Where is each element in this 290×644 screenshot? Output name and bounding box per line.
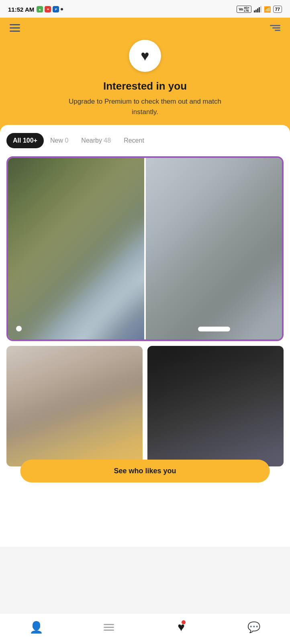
- nav-messages[interactable]: 💬: [242, 618, 266, 636]
- status-time: 11:52 AM: [8, 6, 34, 13]
- status-dot: [61, 8, 63, 10]
- app-icon-1: ▲: [37, 6, 43, 12]
- person-icon: 👤: [29, 621, 43, 634]
- page-title: Interested in you: [10, 80, 280, 92]
- app-icon-3: P: [53, 6, 59, 12]
- nav-profile[interactable]: 👤: [24, 618, 48, 636]
- app-icon-2: ✦: [45, 6, 51, 12]
- status-app-icons: ▲ ✦ P: [37, 6, 63, 12]
- second-row-container: See who likes you: [6, 346, 284, 466]
- menu-button[interactable]: [10, 24, 20, 32]
- nav-discover[interactable]: [97, 618, 121, 636]
- header-section: ♥ Interested in you Upgrade to Premium t…: [0, 18, 290, 133]
- battery-indicator: 77: [273, 6, 282, 13]
- hamburger-line-2: [10, 27, 20, 29]
- blur-overlay-right: [146, 158, 282, 339]
- profile-card-small-2[interactable]: [147, 346, 284, 466]
- profile-card-small-1[interactable]: [6, 346, 143, 466]
- status-bar: 11:52 AM ▲ ✦ P Vo 4G+LTE 📶 77: [0, 0, 290, 18]
- blur-overlay-small-2: [147, 346, 284, 466]
- hamburger-line-1: [10, 24, 20, 25]
- nav-likes[interactable]: ♥: [169, 618, 193, 636]
- likes-notification-dot: [182, 620, 186, 624]
- heart-icon: ♥: [141, 47, 149, 64]
- tab-new[interactable]: New 0: [44, 133, 75, 148]
- tab-recent[interactable]: Recent: [117, 133, 151, 148]
- status-right-icons: Vo 4G+LTE 📶 77: [237, 6, 282, 13]
- heart-circle-container: ♥: [10, 40, 280, 72]
- see-who-likes-button[interactable]: See who likes you: [20, 460, 270, 482]
- online-indicator: [16, 326, 22, 331]
- blur-overlay-left: [8, 158, 144, 339]
- wifi-icon: 📶: [264, 6, 271, 12]
- blur-overlay-small-1: [6, 346, 143, 466]
- tab-bar: All 100+ New 0 Nearby 48 Recent: [6, 133, 284, 148]
- main-content: All 100+ New 0 Nearby 48 Recent: [0, 125, 290, 547]
- tab-nearby[interactable]: Nearby 48: [75, 133, 117, 148]
- network-indicator: Vo 4G+LTE: [237, 6, 251, 13]
- profile-card-right[interactable]: [146, 158, 282, 339]
- discover-icon: [104, 624, 114, 631]
- heart-active-icon: ♥: [178, 620, 185, 634]
- header-nav: [10, 24, 280, 32]
- featured-profile-card[interactable]: [6, 156, 284, 341]
- profile-grid-row: [6, 346, 284, 466]
- page-subtitle: Upgrade to Premium to check them out and…: [61, 96, 229, 117]
- filter-button[interactable]: [270, 25, 280, 31]
- profile-card-left[interactable]: [8, 158, 144, 339]
- profile-age-bar: [198, 327, 230, 331]
- heart-circle: ♥: [129, 40, 161, 72]
- bottom-nav: 👤 ♥ 💬: [0, 613, 290, 644]
- chat-icon: 💬: [247, 621, 260, 634]
- signal-bars: [254, 6, 261, 12]
- tab-all[interactable]: All 100+: [6, 133, 44, 148]
- hamburger-line-3: [10, 31, 20, 32]
